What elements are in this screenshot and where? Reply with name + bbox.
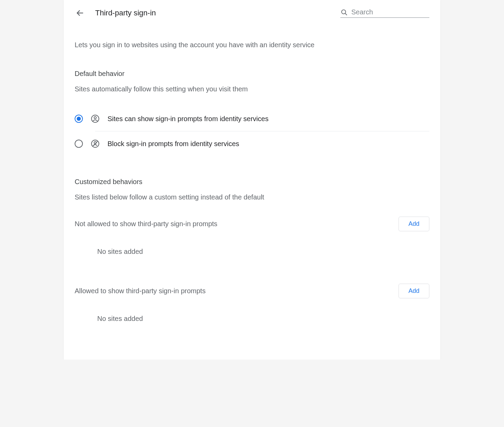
not-allowed-empty-text: No sites added — [75, 235, 429, 268]
customized-behaviors-subheading: Sites listed below follow a custom setti… — [75, 192, 429, 202]
page-description: Lets you sign in to websites using the a… — [75, 40, 429, 50]
back-button[interactable] — [73, 6, 87, 20]
search-input[interactable] — [351, 8, 429, 16]
allowed-label: Allowed to show third-party sign-in prom… — [75, 287, 205, 295]
radio-button[interactable] — [75, 115, 83, 123]
radio-button[interactable] — [75, 140, 83, 148]
radio-label: Sites can show sign-in prompts from iden… — [108, 115, 268, 123]
add-not-allowed-button[interactable]: Add — [399, 217, 429, 231]
content: Lets you sign in to websites using the a… — [64, 26, 440, 360]
search-field[interactable] — [340, 8, 429, 18]
svg-point-4 — [94, 117, 97, 119]
allowed-block: Allowed to show third-party sign-in prom… — [75, 282, 429, 335]
settings-panel: Third-party sign-in Lets you sign in to … — [64, 0, 440, 360]
customized-behaviors-heading: Customized behaviors — [75, 178, 429, 186]
header: Third-party sign-in — [64, 0, 440, 26]
default-behavior-heading: Default behavior — [75, 70, 429, 78]
arrow-left-icon — [76, 9, 85, 17]
radio-label: Block sign-in prompts from identity serv… — [108, 140, 239, 148]
block-icon — [90, 139, 100, 148]
not-allowed-row: Not allowed to show third-party sign-in … — [75, 215, 429, 235]
search-icon — [340, 9, 348, 16]
add-allowed-button[interactable]: Add — [399, 284, 429, 298]
svg-point-1 — [342, 10, 346, 14]
radio-option-block[interactable]: Block sign-in prompts from identity serv… — [75, 131, 429, 156]
default-behavior-radio-group: Sites can show sign-in prompts from iden… — [75, 106, 429, 156]
svg-line-2 — [345, 13, 347, 15]
not-allowed-label: Not allowed to show third-party sign-in … — [75, 220, 217, 228]
person-circle-icon — [90, 114, 100, 124]
not-allowed-block: Not allowed to show third-party sign-in … — [75, 215, 429, 268]
default-behavior-subheading: Sites automatically follow this setting … — [75, 84, 429, 94]
radio-option-allow[interactable]: Sites can show sign-in prompts from iden… — [75, 106, 429, 131]
page-title: Third-party sign-in — [95, 9, 156, 17]
allowed-row: Allowed to show third-party sign-in prom… — [75, 282, 429, 302]
allowed-empty-text: No sites added — [75, 302, 429, 335]
